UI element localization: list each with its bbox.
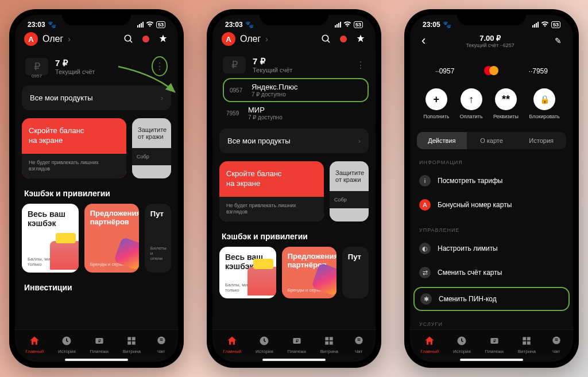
details-button[interactable]: **Реквизиты [493,88,519,119]
tab-showcase[interactable]: Витрина [518,335,536,354]
edit-icon[interactable]: ✎ [555,36,562,45]
investments-section-title[interactable]: Инвестиции [24,283,169,292]
protect-tile[interactable]: Защитите от кражи Собр [132,118,171,178]
home-indicator[interactable] [262,359,326,361]
account-7959[interactable]: ··7959 [529,65,548,76]
row-change-pin[interactable]: ✱ Сменить ПИН-код [413,287,570,311]
balance-label: Текущий счёт [253,67,292,73]
all-products-button[interactable]: Все мои продукты › [219,129,369,153]
all-products-button[interactable]: Все мои продукты › [22,85,171,110]
balance-card[interactable]: ₽0957 7 ₽ Текущий счёт ⋮ [22,52,171,81]
cashback-all-tile[interactable]: Весь ваш кэшбэк Баллы, мили и не только [219,247,276,298]
battery-icon: 53 [551,21,560,28]
home-indicator[interactable] [65,359,128,361]
tab-chat[interactable]: Чат [550,335,563,354]
tile-footer: Не будет привлекать лишних взглядов [22,154,126,178]
group-management: УПРАВЛЕНИЕ [419,227,564,233]
currency-badge: ₽0957 [25,58,48,75]
tab-about-card[interactable]: О карте [467,132,517,149]
more-vertical-icon[interactable]: ⋮ [356,60,365,71]
hide-balance-tile[interactable]: Скройте баланс на экране Не будет привле… [22,118,126,178]
card-mir[interactable]: 7959 МИР 7 ₽ доступно [223,102,369,124]
tab-card-history[interactable]: История [516,132,566,149]
app-header: A Олег › [219,30,369,52]
search-icon[interactable] [320,33,332,45]
status-time: 23:03 [28,21,45,29]
detail-subtitle: Текущий счёт ··6257 [425,42,555,48]
svg-rect-6 [132,337,136,340]
svg-rect-23 [523,337,527,340]
account-0957[interactable]: ··0957 [435,65,454,76]
card-available: 7 ₽ доступно [248,114,283,121]
status-time: 23:05 [423,21,440,29]
travel-tile[interactable]: Пут Билеты и отели [145,204,171,273]
row-limits[interactable]: ◐ Настроить лимиты [417,236,566,261]
info-icon: i [419,175,431,186]
row-tariffs[interactable]: i Посмотреть тарифы [417,169,566,193]
tab-home[interactable]: Главный [223,335,241,354]
svg-text:₽: ₽ [98,338,100,344]
travel-tile[interactable]: Пут [342,247,369,298]
card-available: 7 ₽ доступно [252,91,298,98]
home-indicator[interactable] [460,359,523,361]
tab-payments[interactable]: ₽Платежи [288,335,306,354]
tab-history[interactable]: История [453,335,471,354]
user-chip[interactable]: A Олег › [222,32,268,46]
topup-button[interactable]: +Пополнить [423,88,449,119]
card-name: Яндекс.Плюс [252,83,298,91]
balance-label: Текущий счёт [55,68,95,75]
currency-badge: ₽ [223,56,246,73]
user-chip[interactable]: A Олег › [24,32,71,46]
tab-home[interactable]: Главный [420,335,439,354]
segment-control: Действия О карте История [417,132,566,149]
pay-button[interactable]: ↑Оплатить [460,88,483,119]
chevron-right-icon: › [358,137,361,145]
tab-showcase[interactable]: Витрина [320,335,338,354]
tab-payments[interactable]: ₽Платежи [90,335,109,354]
arrow-up-icon: ↑ [461,88,482,110]
signal-icon [335,22,341,28]
record-indicator[interactable] [340,36,347,42]
row-swap-account[interactable]: ⇄ Сменить счёт карты [417,261,566,285]
app-header: A Олег › [22,30,171,52]
tab-home[interactable]: Главный [25,335,44,354]
protect-tile[interactable]: Защитите от кражи Собр [330,161,369,221]
tab-history[interactable]: История [58,335,76,354]
screen-3: 23:05 🐾 53 ‹ 7.00 ₽ Текущий счёт ··6257 … [410,15,573,362]
hide-balance-tile[interactable]: Скройте баланс на экране Не будет привле… [219,161,324,221]
notch [260,9,328,25]
partners-tile[interactable]: Предложения партнёров Бренды и сервисы [84,204,139,273]
cashback-all-tile[interactable]: Весь ваш кэшбэк Баллы, мили и не только [22,204,79,273]
status-time: 23:03 [225,21,243,29]
more-vertical-icon[interactable]: ⋮ [152,56,168,76]
tab-payments[interactable]: ₽Платежи [485,335,504,354]
block-button[interactable]: 🔒Блокировать [529,88,559,119]
screen-2: 23:03 🐾 53 A Олег › [212,15,376,362]
notification-icon[interactable] [157,33,169,45]
card-mask: 7959 [226,110,242,116]
alpha-icon: A [419,199,431,211]
battery-icon: 53 [354,21,363,28]
tab-chat[interactable]: Чат [155,335,168,354]
bank-logo: A [222,32,235,46]
back-icon[interactable]: ‹ [421,33,425,48]
group-services: УСЛУГИ [419,321,564,327]
notification-icon[interactable] [355,33,366,45]
phone-2: 23:03 🐾 53 A Олег › [207,9,381,368]
partners-tile[interactable]: Предложения партнёров Бренды и сервисы [282,247,336,298]
tab-chat[interactable]: Чат [353,335,365,354]
phone-3: 23:05 🐾 53 ‹ 7.00 ₽ Текущий счёт ··6257 … [404,9,579,368]
tab-actions[interactable]: Действия [417,132,467,149]
accounts-row: ··0957 ··7959 [417,65,566,76]
action-buttons: +Пополнить ↑Оплатить **Реквизиты 🔒Блокир… [417,88,566,119]
tile-footer: Не будет привлекать лишних взглядов [219,197,324,221]
asterisk-icon: ✱ [420,293,432,305]
search-icon[interactable] [123,33,134,45]
record-indicator[interactable] [142,36,149,42]
row-bonus-number[interactable]: A Бонусный номер карты [417,193,566,217]
card-yandex-plus[interactable]: 0957 Яндекс.Плюс 7 ₽ доступно [223,78,369,102]
tab-history[interactable]: История [256,335,273,354]
paw-icon: 🐾 [443,21,451,29]
balance-card[interactable]: ₽ 7 ₽ Текущий счёт ⋮ [219,52,369,78]
tab-showcase[interactable]: Витрина [123,335,141,354]
